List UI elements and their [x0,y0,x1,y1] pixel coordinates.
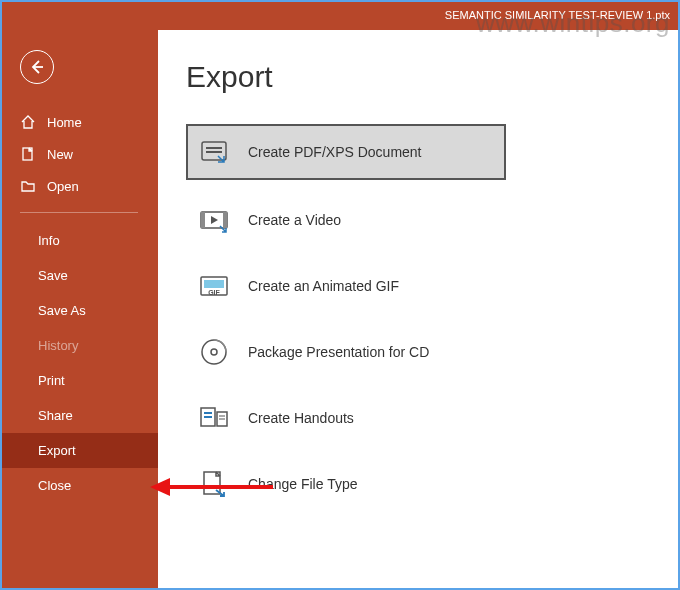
arrow-left-icon [29,59,45,75]
sidebar-item-history: History [0,328,158,363]
sidebar-item-home[interactable]: Home [0,106,158,138]
sidebar-item-label: Save As [38,303,86,318]
file-type-icon [198,468,230,500]
svg-rect-4 [206,151,222,153]
page-title: Export [186,60,680,94]
sidebar-item-close[interactable]: Close [0,468,158,503]
new-icon [20,146,36,162]
sidebar-item-label: Share [38,408,73,423]
sidebar-item-label: Print [38,373,65,388]
svg-rect-15 [204,416,212,418]
svg-rect-6 [201,212,205,228]
sidebar-item-print[interactable]: Print [0,363,158,398]
svg-point-12 [211,349,217,355]
sidebar-item-label: New [47,147,73,162]
sidebar-item-new[interactable]: New [0,138,158,170]
sidebar-item-label: Save [38,268,68,283]
sidebar-item-label: History [38,338,78,353]
option-create-video[interactable]: Create a Video [186,194,506,246]
option-label: Create an Animated GIF [248,278,399,294]
video-icon [198,204,230,236]
option-create-gif[interactable]: GIF Create an Animated GIF [186,260,506,312]
sidebar-item-label: Info [38,233,60,248]
svg-rect-9 [204,280,224,288]
svg-rect-14 [204,412,212,414]
main-area: Export Create PDF/XPS Document Create a … [158,30,680,590]
option-label: Create Handouts [248,410,354,426]
sidebar-item-label: Export [38,443,76,458]
option-label: Package Presentation for CD [248,344,429,360]
sidebar-item-save[interactable]: Save [0,258,158,293]
svg-text:GIF: GIF [208,289,220,296]
sidebar-item-share[interactable]: Share [0,398,158,433]
option-create-handouts[interactable]: Create Handouts [186,392,506,444]
option-label: Change File Type [248,476,357,492]
option-package-cd[interactable]: Package Presentation for CD [186,326,506,378]
sidebar: Home New Open Info Save Save As History [0,30,158,590]
open-icon [20,178,36,194]
sidebar-item-info[interactable]: Info [0,223,158,258]
gif-icon: GIF [198,270,230,302]
sidebar-item-open[interactable]: Open [0,170,158,202]
option-change-file-type[interactable]: Change File Type [186,458,506,510]
svg-rect-3 [206,147,222,149]
title-filename: SEMANTIC SIMILARITY TEST-REVIEW 1.ptx [445,9,670,21]
sidebar-item-label: Open [47,179,79,194]
sidebar-divider [20,212,138,213]
sidebar-item-label: Close [38,478,71,493]
handouts-icon [198,402,230,434]
option-label: Create PDF/XPS Document [248,144,422,160]
option-label: Create a Video [248,212,341,228]
sidebar-item-save-as[interactable]: Save As [0,293,158,328]
home-icon [20,114,36,130]
sidebar-item-export[interactable]: Export [0,433,158,468]
sidebar-item-label: Home [47,115,82,130]
option-create-pdf-xps[interactable]: Create PDF/XPS Document [186,124,506,180]
svg-rect-7 [223,212,227,228]
pdf-icon [198,136,230,168]
cd-icon [198,336,230,368]
back-button[interactable] [20,50,54,84]
